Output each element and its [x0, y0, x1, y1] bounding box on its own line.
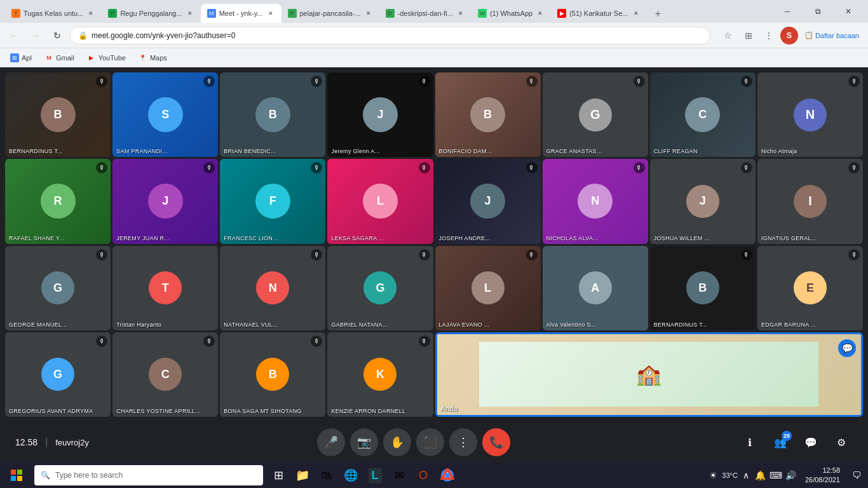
office-button[interactable]: O [412, 463, 435, 488]
info-button[interactable]: ℹ [738, 431, 761, 454]
weather-icon: ☀ [707, 469, 719, 482]
title-bar: T Tugas Kelas untu... ✕ R Regu Penggalan… [0, 0, 868, 23]
task-view-button[interactable]: ⊞ [267, 463, 290, 488]
chrome-button[interactable] [436, 463, 459, 488]
close-button[interactable]: ✕ [834, 0, 863, 23]
tab-close-4[interactable]: ✕ [364, 9, 373, 18]
tab-tugas[interactable]: T Tugas Kelas untu... ✕ [5, 4, 102, 23]
tile-name-28: KENZIE ARRON DARNELL [331, 408, 429, 414]
mic-off-icon-21: 🎙 [529, 252, 534, 258]
bookmark-apl[interactable]: ⊞ Apl [5, 51, 37, 65]
mic-off-icon-24: 🎙 [851, 252, 857, 258]
bottom-left: 12.58 | feuvroj2y [15, 437, 89, 448]
svg-rect-2 [11, 476, 16, 481]
tab-close-2[interactable]: ✕ [186, 9, 194, 18]
tabs-container: T Tugas Kelas untu... ✕ R Regu Penggalan… [5, 0, 773, 23]
tile-name-15: JOSHUA WILLEM ... [654, 235, 752, 241]
tab-regu[interactable]: R Regu Penggalang... ✕ [102, 4, 200, 23]
profile-button[interactable]: S [780, 27, 798, 44]
tile-gregorius: G 🎙 GREGORIUS AVANT ADRYMA [5, 332, 111, 417]
mail-button[interactable]: ✉ [388, 463, 410, 488]
new-tab-button[interactable]: + [649, 5, 667, 23]
people-count-badge: 29 [782, 431, 792, 441]
maps-icon: 📍 [139, 53, 147, 62]
daftar-label: Daftar bacaan [815, 32, 859, 39]
back-button[interactable]: ← [5, 27, 23, 44]
file-explorer-button[interactable]: 📁 [291, 463, 314, 488]
notification-icon[interactable]: 🔔 [754, 469, 767, 482]
tab-close-1[interactable]: ✕ [86, 9, 95, 18]
settings-icon[interactable]: ⋮ [760, 27, 778, 44]
tile-edgar: E 🎙 EDGAR BARUNA ... [757, 246, 863, 330]
mic-indicator-7: 🎙 [741, 76, 752, 87]
taskbar-apps: ⊞ 📁 🛍 🌐 L ✉ O [267, 463, 459, 488]
taskbar-right: ☀ 33°C ∧ 🔔 ⌨ 🔊 12:58 26/08/2021 🗨 [707, 463, 865, 488]
mic-off-icon-19: 🎙 [314, 252, 320, 258]
tab-whatsapp[interactable]: W (1) WhatsApp ✕ [471, 4, 551, 23]
tab-favicon-2: R [108, 9, 117, 18]
search-icon: 🔍 [41, 471, 50, 480]
tile-name-18: Tristan Haryanto [116, 322, 214, 328]
more-options-button[interactable]: ⋮ [449, 428, 477, 456]
notification-center-button[interactable]: 🗨 [848, 463, 865, 488]
tile-name-20: GABRIEL NATANA... [331, 322, 429, 328]
video-grid: B 🎙 BERNARDINUS T... S 🎙 SAM PRANANDI...… [0, 67, 868, 422]
mic-indicator-26: 🎙 [203, 336, 215, 347]
minimize-button[interactable]: ─ [773, 0, 802, 23]
svg-point-7 [445, 473, 450, 478]
mic-indicator-13: 🎙 [526, 162, 538, 173]
tile-name-8: Nicho Atmaja [761, 148, 859, 154]
tile-name-anda: Anda [441, 405, 858, 412]
reload-button[interactable]: ↻ [48, 27, 66, 44]
restore-button[interactable]: ⧉ [803, 0, 832, 23]
mic-button[interactable]: 🎤 [317, 428, 345, 456]
laragon-button[interactable]: L [363, 463, 386, 488]
svg-rect-0 [11, 470, 16, 475]
tile-francesc: F 🎙 FRANCESC LION... [220, 159, 325, 243]
tab-close-7[interactable]: ✕ [632, 9, 641, 18]
hand-button[interactable]: ✋ [383, 428, 411, 456]
end-call-button[interactable]: 📞 [482, 428, 510, 456]
tab-close-5[interactable]: ✕ [456, 9, 465, 18]
forward-button[interactable]: → [27, 27, 44, 44]
tile-bona: B 🎙 BONA SAGA MT SIHOTANG [220, 332, 325, 417]
bookmark-gmail[interactable]: M Gmail [39, 51, 79, 65]
tile-rafael: R 🎙 RAFAEL SHANE Y... [5, 159, 111, 243]
mic-indicator-8: 🎙 [848, 76, 860, 87]
bookmark-icon[interactable]: ☆ [719, 27, 737, 44]
tab-pelajar[interactable]: P pelajar-pancasila-... ✕ [281, 4, 379, 23]
store-button[interactable]: 🛍 [315, 463, 338, 488]
extension-icon[interactable]: ⊞ [740, 27, 757, 44]
taskbar-search-bar[interactable]: 🔍 Type here to search [34, 465, 263, 485]
tab-title-1: Tugas Kelas untu... [24, 10, 83, 17]
start-button[interactable] [3, 463, 31, 488]
edge-button[interactable]: 🌐 [339, 463, 362, 488]
tab-close-6[interactable]: ✕ [536, 9, 545, 18]
meet-content: B 🎙 BERNARDINUS T... S 🎙 SAM PRANANDI...… [0, 67, 868, 463]
mic-indicator-23: 🎙 [741, 249, 752, 261]
tab-youtube[interactable]: ▶ (51) Karikatur Se... ✕ [551, 4, 646, 23]
mic-off-icon-17: 🎙 [99, 252, 105, 258]
daftar-bacaan-button[interactable]: 📋 Daftar bacaan [801, 29, 863, 42]
address-bar: ← → ↻ 🔒 meet.google.com/ynk-yven-jio?aut… [0, 23, 868, 48]
mic-off-icon-26: 🎙 [207, 338, 212, 344]
tab-close-3[interactable]: ✕ [266, 9, 275, 18]
tab-meet[interactable]: M Meet - ynk-y... ✕ [201, 4, 281, 23]
camera-button[interactable]: 📷 [350, 428, 378, 456]
tab-favicon-4: P [288, 9, 297, 18]
bookmark-youtube[interactable]: ▶ YouTube [82, 51, 131, 65]
present-button[interactable]: ⬛ [416, 428, 444, 456]
url-bar[interactable]: 🔒 meet.google.com/ynk-yven-jio?authuser=… [70, 27, 710, 44]
chat-button[interactable]: 💬 [799, 431, 822, 454]
bookmark-maps[interactable]: 📍 Maps [133, 51, 172, 65]
clock-display[interactable]: 12:58 26/08/2021 [800, 466, 845, 485]
volume-icon[interactable]: 🔊 [785, 469, 797, 482]
window-controls: ─ ⧉ ✕ [773, 0, 863, 23]
tile-name-1: BERNARDINUS T... [9, 148, 107, 154]
tile-gabriel: G 🎙 GABRIEL NATANA... [327, 246, 433, 330]
tray-up-arrow[interactable]: ∧ [740, 470, 752, 480]
people-button[interactable]: 👥 29 [769, 431, 792, 454]
tab-deskripsi[interactable]: D -deskripsi-dan-fi... ✕ [379, 4, 471, 23]
activities-button[interactable]: ⚙ [830, 431, 853, 454]
tile-sam: S 🎙 SAM PRANANDI... [112, 72, 218, 157]
